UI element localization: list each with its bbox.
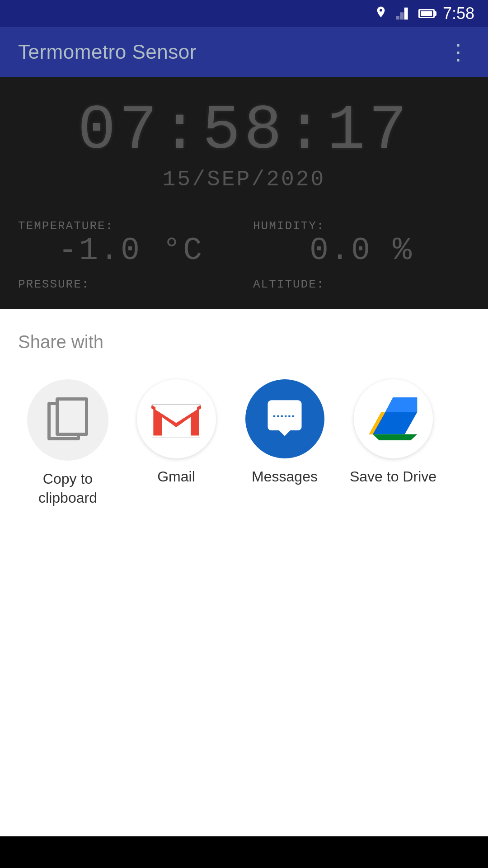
share-option-gmail[interactable]: Gmail [127,379,226,486]
temperature-value: -1.0 °C [18,233,244,269]
svg-marker-0 [396,16,399,19]
clock-date: 15/SEP/2020 [18,167,470,192]
pressure-label: PRESSURE: [18,278,244,291]
app-bar: Termometro Sensor ⋮ [0,27,488,77]
clipboard-icon-wrap [27,379,108,461]
sensor-readings: TEMPERATURE: -1.0 °C HUMIDITY: 0.0 % PRE… [18,210,470,291]
signal-icon [396,7,410,20]
drive-label: Save to Drive [350,467,436,486]
pressure-section: PRESSURE: [18,278,244,291]
status-icons: 7:58 [374,4,474,23]
humidity-label: HUMIDITY: [253,219,470,233]
drive-icon-wrap [354,379,433,458]
temperature-label: TEMPERATURE: [18,219,244,233]
svg-rect-5 [272,417,291,420]
altitude-label: ALTITUDE: [253,278,470,291]
share-title: Share with [18,332,470,352]
share-option-drive[interactable]: Save to Drive [343,379,443,486]
svg-marker-1 [400,12,404,19]
bottom-navigation-bar [0,836,488,868]
share-options: Copy to clipboard Gmail [18,379,470,507]
more-options-icon[interactable]: ⋮ [447,39,470,65]
svg-rect-4 [272,411,298,414]
messages-icon [262,396,307,442]
gmail-label: Gmail [157,467,195,486]
humidity-section: HUMIDITY: 0.0 % [244,219,470,269]
share-option-clipboard[interactable]: Copy to clipboard [18,379,117,507]
gmail-icon-wrap [137,379,216,458]
digital-clock: 07:58:17 15/SEP/2020 [18,90,470,196]
battery-icon [418,9,435,18]
status-time: 7:58 [443,4,474,23]
messages-label: Messages [252,467,318,486]
status-bar: 7:58 [0,0,488,27]
svg-marker-2 [404,8,408,20]
app-title: Termometro Sensor [18,41,197,63]
gmail-icon [151,400,201,438]
location-icon [374,5,388,22]
share-sheet: Share with Copy to clipboard [0,309,488,525]
sensor-display: 07:58:17 15/SEP/2020 TEMPERATURE: -1.0 °… [0,77,488,309]
temperature-section: TEMPERATURE: -1.0 °C [18,219,244,269]
clock-time: 07:58:17 [18,99,470,163]
altitude-section: ALTITUDE: [244,278,470,291]
humidity-value: 0.0 % [253,233,470,269]
drive-icon [368,397,418,440]
share-option-messages[interactable]: Messages [235,379,334,486]
clipboard-icon [47,397,88,443]
messages-icon-wrap [245,379,324,458]
clipboard-label: Copy to clipboard [18,470,117,507]
